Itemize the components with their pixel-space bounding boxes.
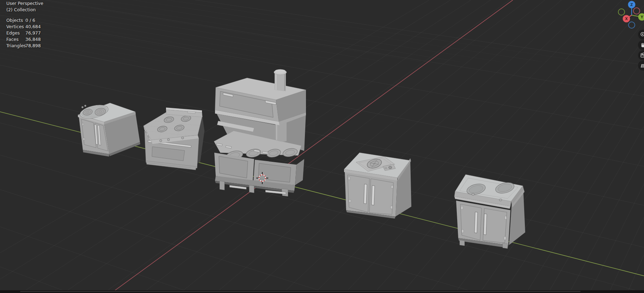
bottom-bar [0,290,644,293]
model-cabinet-double-hotplate[interactable] [451,170,529,253]
viewport-overlay: User Perspective (2) Collection Objects … [6,0,43,49]
hand-icon [640,42,644,48]
navigation-gizmo[interactable]: Z Y X [616,0,644,30]
3d-cursor [254,170,270,186]
gizmo-x-label: X [625,17,628,21]
collection-name: (2) Collection [6,7,43,13]
gizmo-neg-y-ball[interactable] [618,9,625,15]
stat-triangles: Triangles 78,898 [6,43,43,49]
gizmo-neg-z-ball[interactable] [628,22,635,28]
view-name: User Perspective [6,0,43,7]
stat-edges: Edges 76,977 [6,30,43,36]
3d-viewport[interactable]: User Perspective (2) Collection Objects … [0,0,644,293]
stat-objects: Objects 0 / 6 [6,17,43,24]
stat-vertices: Vertices 40,684 [6,24,43,30]
model-cabinet-two-coil-burners[interactable] [78,103,141,159]
stat-faces: Faces 36,848 [6,36,43,43]
model-range-four-burners[interactable] [142,104,209,173]
gizmo-z-label: Z [630,3,633,7]
grid-icon [640,62,644,69]
camera-icon [640,52,644,59]
gizmo-y-label: Y [640,15,643,19]
zoom-icon [640,31,644,38]
model-cabinet-single-camp-burner[interactable] [342,150,413,223]
gizmo-neg-x-ball[interactable] [633,8,640,14]
bottom-bar-handle[interactable] [20,291,581,292]
